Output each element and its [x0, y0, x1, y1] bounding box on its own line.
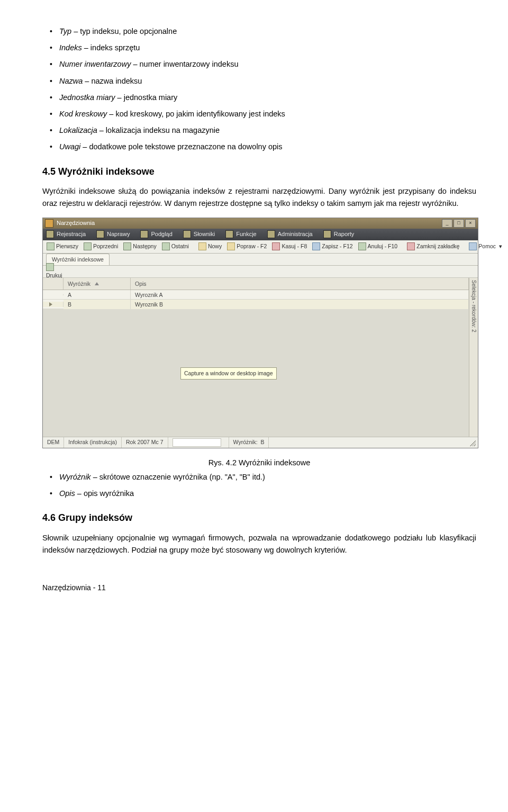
- list-item: Wyróżnik – skrótowe oznaczenie wyróżnika…: [59, 471, 476, 483]
- btn-new[interactable]: Nowy: [197, 242, 223, 251]
- section-4-6-body: Słownik uzupełniany opcjonalnie wg wymag…: [42, 532, 476, 556]
- selection-counter-side[interactable]: Selekcja - rekordów: 2: [469, 278, 478, 437]
- data-grid[interactable]: Wyróżnik Opis A Wyroznik A B Wyroznik B …: [43, 278, 469, 437]
- btn-cancel[interactable]: Anuluj - F10: [357, 242, 400, 251]
- col-opis[interactable]: Opis: [131, 278, 469, 290]
- nav-first[interactable]: Pierwszy: [45, 242, 80, 251]
- list-item: Opis – opis wyróżnika: [59, 488, 476, 500]
- table-row[interactable]: A Wyroznik A: [43, 290, 469, 300]
- cell-opis[interactable]: Wyroznik A: [131, 290, 469, 300]
- print-icon: [46, 263, 54, 271]
- nav-label: Pomoc: [478, 242, 496, 251]
- field-list-1: Typ – typ indeksu, pole opcjonalne Indek…: [42, 25, 476, 154]
- close-tab-icon: [407, 242, 415, 250]
- btn-close-tab[interactable]: Zamknij zakładkę: [405, 242, 461, 251]
- menu-icon: [323, 230, 331, 238]
- close-button[interactable]: ×: [465, 219, 476, 228]
- nav-label: Zapisz - F12: [322, 242, 352, 251]
- current-row-icon: [49, 302, 52, 306]
- menu-icon: [46, 230, 54, 238]
- list-item: Typ – typ indeksu, pole opcjonalne: [59, 25, 476, 38]
- menu-label: Administracja: [278, 230, 313, 239]
- tabs-row: Wyróżniki indeksowe: [43, 254, 478, 266]
- btn-save[interactable]: Zapisz - F12: [311, 242, 354, 251]
- btn-edit[interactable]: Popraw - F2: [225, 242, 268, 251]
- cell-opis[interactable]: Wyroznik B: [131, 300, 469, 310]
- table-row[interactable]: B Wyroznik B: [43, 300, 469, 309]
- edit-icon: [227, 242, 235, 250]
- grid-header[interactable]: Wyróżnik Opis: [43, 278, 469, 291]
- menu-naprawy[interactable]: Naprawy: [96, 230, 130, 239]
- status-info: Infokrak (instrukcja): [64, 437, 122, 448]
- nav-label: Ostatni: [171, 242, 189, 251]
- menu-label: Słowniki: [194, 230, 215, 239]
- list-item: Nazwa – nazwa indeksu: [59, 75, 476, 87]
- menu-label: Naprawy: [107, 230, 130, 239]
- row-indicator: [43, 294, 64, 295]
- field-term: Jednostka miary: [59, 93, 115, 102]
- minimize-button[interactable]: _: [442, 219, 452, 228]
- field-desc: – typ indeksu, pole opcjonalne: [71, 27, 177, 35]
- field-term: Wyróżnik: [59, 473, 91, 481]
- menu-label: Podgląd: [151, 230, 172, 239]
- menu-funkcje[interactable]: Funkcje: [225, 230, 257, 239]
- col-wyroznik[interactable]: Wyróżnik: [64, 278, 131, 290]
- capture-tooltip: Capture a window or desktop image: [180, 367, 277, 380]
- list-item: Uwagi – dodatkowe pole tekstowe przeznac…: [59, 141, 476, 153]
- resize-grip-icon[interactable]: [468, 439, 476, 446]
- nav-label: Następny: [133, 242, 156, 251]
- new-icon: [198, 242, 206, 250]
- app-icon: [45, 219, 53, 228]
- nav-next[interactable]: Następny: [122, 242, 158, 251]
- sort-asc-icon: [95, 282, 99, 285]
- menu-icon: [183, 230, 191, 238]
- list-item: Kod kreskowy – kod kreskowy, po jakim id…: [59, 108, 476, 120]
- menu-raporty[interactable]: Raporty: [323, 230, 355, 239]
- status-wyroznik: Wyróżnik: B: [229, 437, 269, 448]
- titlebar[interactable]: Narzędziownia _ □ ×: [43, 218, 478, 229]
- navigation-toolbar: Pierwszy Poprzedni Następny Ostatni Nowy…: [43, 240, 478, 254]
- nav-label: Poprzedni: [93, 242, 118, 251]
- nav-label: Anuluj - F10: [368, 242, 398, 251]
- menu-icon: [267, 230, 275, 238]
- page-footer: Narzędziownia - 11: [42, 582, 476, 593]
- list-item: Jednostka miary – jednostka miary: [59, 92, 476, 104]
- col-selector[interactable]: [43, 278, 64, 290]
- field-desc: – kod kreskowy, po jakim identyfikowany …: [107, 110, 285, 118]
- section-4-5-title: 4.5 Wyróżniki indeksowe: [42, 164, 476, 179]
- menu-icon: [225, 230, 233, 238]
- data-grid-wrap: Wyróżnik Opis A Wyroznik A B Wyroznik B …: [43, 278, 478, 437]
- field-term: Kod kreskowy: [59, 110, 107, 118]
- figure-caption: Rys. 4.2 Wyróżniki indeksowe: [42, 457, 476, 469]
- grid-empty-area: Capture a window or desktop image: [43, 309, 469, 436]
- field-desc: – skrótowe oznaczenie wyróżnika (np. "A"…: [91, 473, 265, 481]
- delete-icon: [272, 242, 280, 250]
- field-desc: – indeks sprzętu: [82, 43, 140, 52]
- cell-wyroznik[interactable]: A: [64, 290, 131, 300]
- maximize-button[interactable]: □: [453, 219, 464, 228]
- status-dem: DEM: [43, 437, 64, 448]
- print-toolbar: Drukuj: [43, 266, 478, 278]
- field-desc: – numer inwentarzowy indeksu: [131, 60, 238, 68]
- nav-prev[interactable]: Poprzedni: [82, 242, 120, 251]
- nav-last[interactable]: Ostatni: [160, 242, 190, 251]
- nav-label: Zamknij zakładkę: [416, 242, 459, 251]
- list-item: Numer inwentarzowy – numer inwentarzowy …: [59, 58, 476, 70]
- field-list-2: Wyróżnik – skrótowe oznaczenie wyróżnika…: [42, 471, 476, 500]
- btn-delete[interactable]: Kasuj - F8: [270, 242, 309, 251]
- field-desc: – lokalizacja indeksu na magazynie: [97, 126, 220, 134]
- menu-podglad[interactable]: Podgląd: [140, 230, 172, 239]
- btn-help[interactable]: Pomoc ▾: [467, 242, 504, 251]
- status-value: B: [260, 438, 264, 447]
- menu-label: Funkcje: [236, 230, 257, 239]
- menu-label: Raporty: [334, 230, 355, 239]
- list-item: Indeks – indeks sprzętu: [59, 42, 476, 54]
- cell-wyroznik[interactable]: B: [64, 300, 131, 310]
- menu-slowniki[interactable]: Słowniki: [183, 230, 215, 239]
- menu-administracja[interactable]: Administracja: [267, 230, 313, 239]
- field-term: Nazwa: [59, 77, 83, 85]
- menu-rejestracja[interactable]: Rejestracja: [46, 230, 86, 239]
- col-header-label: Wyróżnik: [68, 279, 90, 288]
- field-desc: – jednostka miary: [115, 93, 178, 102]
- save-icon: [312, 242, 320, 250]
